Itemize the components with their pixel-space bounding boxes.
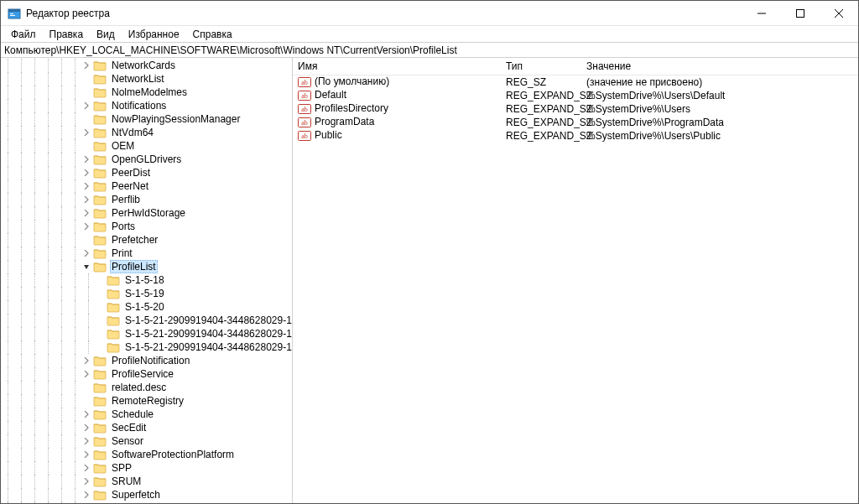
chevron-right-icon[interactable] (81, 221, 91, 231)
folder-icon (93, 234, 107, 246)
tree-node-label: NtVdm64 (110, 127, 155, 138)
tree-node[interactable]: Schedule (1, 408, 292, 421)
tree-node[interactable]: ProfileNotification (1, 354, 292, 367)
tree-node[interactable]: SRUM (1, 475, 292, 488)
menu-item[interactable]: Файл (4, 27, 43, 42)
caret-spacer (95, 329, 105, 339)
value-row[interactable]: ab(По умолчанию)REG_SZ(значение не присв… (293, 75, 858, 89)
chevron-right-icon[interactable] (81, 101, 91, 111)
folder-icon (93, 462, 107, 474)
tree-node[interactable]: S-1-5-18 (1, 273, 292, 287)
value-row[interactable]: abPublicREG_EXPAND_SZ%SystemDrive%\Users… (293, 129, 858, 143)
close-button[interactable] (820, 1, 858, 25)
minimize-button[interactable] (742, 1, 781, 25)
menu-item[interactable]: Правка (43, 27, 91, 42)
tree-node[interactable]: S-1-5-21-2909919404-3448628029-189704808… (1, 314, 292, 327)
maximize-button[interactable] (781, 1, 820, 25)
value-row[interactable]: abDefaultREG_EXPAND_SZ%SystemDrive%\User… (293, 89, 858, 102)
tree-node[interactable]: Prefetcher (1, 233, 292, 247)
tree-node[interactable]: SecEdit (1, 421, 292, 434)
tree-node[interactable]: S-1-5-21-2909919404-3448628029-189704808… (1, 327, 292, 340)
tree-node[interactable]: SoftwareProtectionPlatform (1, 448, 292, 461)
tree-node[interactable]: S-1-5-21-2909919404-3448628029-189704808… (1, 340, 292, 354)
folder-icon (93, 167, 107, 179)
caret-spacer (81, 87, 91, 97)
tree-node[interactable]: PerHwIdStorage (1, 206, 292, 220)
value-data: %SystemDrive%\Users\Public (581, 129, 858, 143)
tree-node[interactable]: ProfileList (1, 260, 292, 273)
chevron-right-icon[interactable] (81, 60, 91, 70)
chevron-right-icon[interactable] (81, 476, 91, 486)
tree-node[interactable]: SvcHost (1, 501, 292, 503)
chevron-right-icon[interactable] (81, 195, 91, 205)
tree-node[interactable]: Notifications (1, 99, 292, 112)
tree-node[interactable]: NowPlayingSessionManager (1, 112, 292, 126)
tree-node[interactable]: NtVdm64 (1, 126, 292, 139)
tree-pane: NetworkCardsNetworkListNolmeModelmesNoti… (1, 58, 293, 503)
chevron-right-icon[interactable] (81, 168, 91, 178)
tree-node-label: NolmeModelmes (110, 86, 189, 98)
chevron-right-icon[interactable] (81, 127, 91, 138)
folder-icon (107, 288, 120, 299)
tree-node[interactable]: RemoteRegistry (1, 394, 292, 408)
chevron-right-icon[interactable] (81, 436, 91, 446)
value-row[interactable]: abProfilesDirectoryREG_EXPAND_SZ%SystemD… (293, 102, 858, 116)
chevron-right-icon[interactable] (81, 181, 91, 191)
value-row[interactable]: abProgramDataREG_EXPAND_SZ%SystemDrive%\… (293, 116, 858, 129)
svg-text:ab: ab (301, 79, 308, 86)
menu-item[interactable]: Вид (90, 27, 122, 42)
chevron-right-icon[interactable] (81, 449, 91, 460)
tree-node-label: SoftwareProtectionPlatform (110, 449, 236, 460)
value-name: Public (315, 129, 342, 141)
chevron-down-icon[interactable] (81, 262, 91, 272)
tree-node[interactable]: Ports (1, 220, 292, 233)
chevron-right-icon[interactable] (81, 490, 91, 500)
tree-node[interactable]: PeerDist (1, 166, 292, 179)
tree-node[interactable]: NetworkCards (1, 59, 292, 72)
chevron-right-icon[interactable] (81, 248, 91, 258)
tree-node[interactable]: OpenGLDrivers (1, 153, 292, 166)
value-name: Default (315, 89, 346, 101)
tree-node[interactable]: Perflib (1, 193, 292, 206)
tree-node-label: SRUM (110, 475, 143, 487)
tree-node[interactable]: Print (1, 247, 292, 260)
menu-item[interactable]: Справка (186, 27, 239, 42)
tree-node[interactable]: PeerNet (1, 179, 292, 193)
tree-node[interactable]: NetworkList (1, 72, 292, 86)
chevron-right-icon[interactable] (81, 208, 91, 218)
tree-node[interactable]: S-1-5-19 (1, 287, 292, 300)
tree-node[interactable]: Superfetch (1, 488, 292, 501)
tree-node-label: S-1-5-21-2909919404-3448628029-189704808… (123, 328, 292, 340)
chevron-right-icon[interactable] (81, 356, 91, 366)
value-type: REG_EXPAND_SZ (501, 116, 581, 129)
folder-icon (93, 489, 107, 501)
folder-icon (93, 127, 107, 138)
tree-node[interactable]: ProfileService (1, 367, 292, 381)
folder-icon (107, 314, 120, 326)
addressbar[interactable]: Компьютер\HKEY_LOCAL_MACHINE\SOFTWARE\Mi… (1, 43, 858, 58)
folder-icon (93, 113, 107, 125)
tree-node[interactable]: NolmeModelmes (1, 86, 292, 99)
tree-scroll[interactable]: NetworkCardsNetworkListNolmeModelmesNoti… (1, 58, 292, 503)
folder-icon (107, 274, 120, 286)
chevron-right-icon[interactable] (81, 154, 91, 164)
col-name[interactable]: Имя (293, 58, 501, 75)
svg-text:ab: ab (301, 106, 308, 113)
menu-item[interactable]: Избранное (122, 27, 186, 42)
chevron-right-icon[interactable] (81, 369, 91, 379)
tree-node[interactable]: OEM (1, 139, 292, 153)
tree-node[interactable]: S-1-5-20 (1, 300, 292, 314)
chevron-right-icon[interactable] (81, 409, 91, 419)
tree-node[interactable]: related.desc (1, 381, 292, 394)
chevron-right-icon[interactable] (81, 463, 91, 473)
caret-spacer (81, 114, 91, 124)
tree-node-label: S-1-5-18 (123, 274, 166, 286)
tree-node[interactable]: SPP (1, 461, 292, 475)
svg-rect-2 (10, 13, 13, 14)
svg-text:ab: ab (301, 119, 308, 127)
values-pane[interactable]: Имя Тип Значение ab(По умолчанию)REG_SZ(… (293, 58, 858, 503)
col-type[interactable]: Тип (501, 58, 581, 75)
chevron-right-icon[interactable] (81, 423, 91, 433)
col-value[interactable]: Значение (581, 58, 858, 75)
tree-node[interactable]: Sensor (1, 434, 292, 448)
